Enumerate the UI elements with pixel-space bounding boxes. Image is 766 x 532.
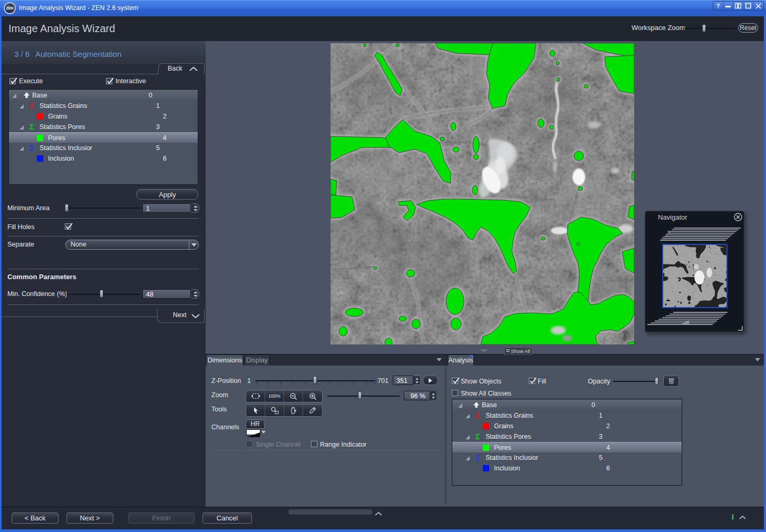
svg-text:z: z [662, 235, 664, 240]
